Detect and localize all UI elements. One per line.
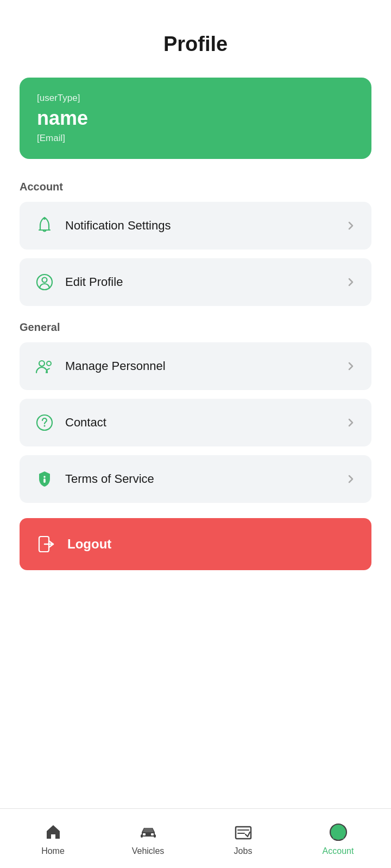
nav-account[interactable]: Account <box>291 816 386 861</box>
svg-point-7 <box>43 476 46 478</box>
page-title: Profile <box>20 33 371 56</box>
chevron-right-icon <box>343 359 358 374</box>
bell-icon <box>33 214 56 238</box>
account-section: Account Notification Settings <box>20 181 371 306</box>
shield-info-icon <box>33 467 56 491</box>
profile-email: [Email] <box>37 133 354 144</box>
logout-label: Logout <box>67 537 111 552</box>
svg-point-3 <box>39 361 45 366</box>
notification-settings-label: Notification Settings <box>65 219 343 233</box>
profile-name: name <box>37 107 354 130</box>
jobs-icon <box>232 821 254 843</box>
profile-card: [userType] name [Email] <box>20 78 371 159</box>
svg-point-0 <box>43 218 46 220</box>
terms-of-service-item[interactable]: Terms of Service <box>20 455 371 503</box>
svg-point-2 <box>42 278 47 283</box>
nav-vehicles[interactable]: Vehicles <box>100 816 195 861</box>
logout-button[interactable]: Logout <box>20 518 371 570</box>
home-icon <box>42 821 64 843</box>
chevron-right-icon <box>343 471 358 487</box>
account-icon <box>327 821 349 843</box>
nav-home-label: Home <box>41 846 65 856</box>
general-section: General Manage Personnel <box>20 321 371 503</box>
chevron-right-icon <box>343 415 358 430</box>
manage-personnel-item[interactable]: Manage Personnel <box>20 342 371 390</box>
help-circle-icon <box>33 411 56 435</box>
nav-home[interactable]: Home <box>5 816 100 861</box>
chevron-right-icon <box>343 218 358 233</box>
svg-rect-8 <box>43 478 46 483</box>
nav-account-label: Account <box>323 846 354 856</box>
general-section-label: General <box>20 321 371 334</box>
user-circle-icon <box>33 270 56 294</box>
chevron-right-icon <box>343 275 358 290</box>
svg-rect-14 <box>151 833 154 835</box>
nav-jobs[interactable]: Jobs <box>195 816 291 861</box>
nav-vehicles-label: Vehicles <box>132 846 165 856</box>
edit-profile-item[interactable]: Edit Profile <box>20 258 371 306</box>
profile-user-type: [userType] <box>37 93 354 104</box>
contact-label: Contact <box>65 416 343 430</box>
group-icon <box>33 354 56 378</box>
terms-of-service-label: Terms of Service <box>65 472 343 486</box>
manage-personnel-label: Manage Personnel <box>65 359 343 373</box>
svg-point-6 <box>44 425 46 427</box>
car-icon <box>137 821 159 843</box>
edit-profile-label: Edit Profile <box>65 275 343 289</box>
svg-point-4 <box>47 361 51 366</box>
svg-point-17 <box>336 827 341 833</box>
logout-icon <box>35 532 59 556</box>
contact-item[interactable]: Contact <box>20 399 371 446</box>
svg-rect-13 <box>143 833 146 835</box>
account-section-label: Account <box>20 181 371 193</box>
nav-jobs-label: Jobs <box>234 846 253 856</box>
bottom-nav: Home Vehicles Jobs <box>0 808 391 868</box>
notification-settings-item[interactable]: Notification Settings <box>20 202 371 250</box>
